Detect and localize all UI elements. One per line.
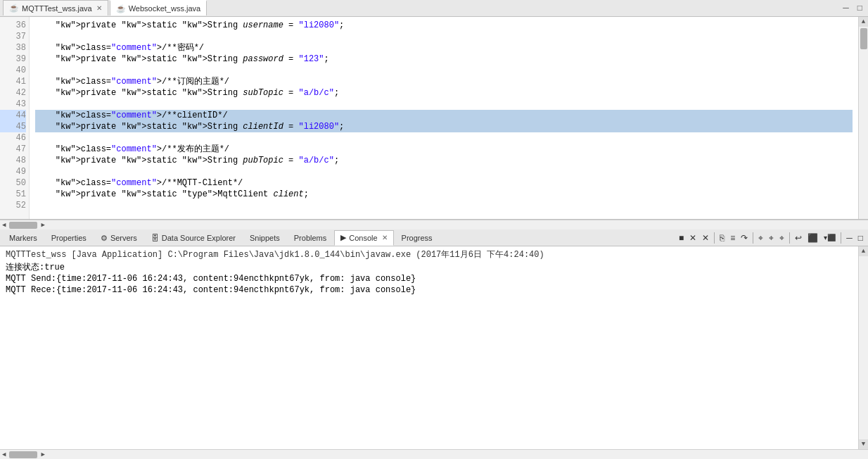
console-toolbar-refresh[interactable]: ↷: [739, 232, 750, 244]
console-toolbar-pin3[interactable]: ⌖: [777, 232, 786, 244]
java-icon-2: ☕: [116, 4, 126, 13]
btab-label-problems: Problems: [294, 234, 326, 242]
code-line: "kw">private "kw">static "type">MqttClie…: [35, 189, 853, 200]
console-minimize-btn[interactable]: ─: [844, 232, 855, 244]
console-toolbar-sq2[interactable]: ▾⬛: [822, 232, 838, 243]
console-scroll-left[interactable]: ◀: [0, 451, 8, 458]
console-scroll-right[interactable]: ▶: [39, 451, 46, 458]
btab-label-servers: Servers: [110, 234, 137, 242]
btab-label-snippets: Snippets: [250, 234, 280, 242]
editor-scrollbar-h[interactable]: ◀ ▶: [0, 220, 868, 230]
code-line: [35, 65, 853, 76]
editor-scrollbar-v[interactable]: ▲: [858, 17, 868, 219]
editor-tab-bar: ☕ MQTTTest_wss.java ✕ ☕ Websocket_wss.ja…: [0, 0, 868, 17]
code-line: "kw">class="comment">/**clientID*/: [35, 110, 853, 121]
code-line: "kw">class="comment">/**MQTT-Client*/: [35, 177, 853, 189]
bottom-tab-properties[interactable]: Properties: [45, 230, 93, 246]
console-line: 连接状态:true: [6, 262, 853, 273]
console-toolbar-pin2[interactable]: ⌖: [767, 232, 776, 244]
btab-icon-servers: ⚙: [101, 234, 108, 243]
separator1: [714, 232, 715, 244]
code-line: "kw">private "kw">static "kw">String pas…: [35, 54, 853, 65]
separator2: [753, 232, 753, 244]
bottom-panel: MarkersProperties⚙Servers🗄Data Source Ex…: [0, 230, 868, 459]
console-scroll-h-thumb[interactable]: [9, 451, 37, 458]
tab-bar-right: ─ □: [840, 1, 865, 14]
btab-label-progress: Progress: [402, 234, 433, 242]
btab-icon-datasource: 🗄: [151, 234, 159, 242]
line-numbers: 3637383940414243444546474849505152: [0, 17, 30, 219]
java-icon-1: ☕: [9, 4, 19, 13]
tab-websocket[interactable]: ☕ Websocket_wss.java: [110, 0, 208, 15]
bottom-tab-bar: MarkersProperties⚙Servers🗄Data Source Ex…: [0, 230, 868, 246]
btab-icon-console: ▶: [340, 233, 346, 242]
scroll-thumb[interactable]: [860, 28, 867, 49]
btab-label-properties: Properties: [51, 234, 87, 242]
console-toolbar-x1[interactable]: ✕: [687, 232, 698, 244]
code-line: [35, 31, 853, 42]
scroll-right[interactable]: ▶: [39, 221, 46, 229]
console-toolbar-menu[interactable]: ≡: [728, 232, 737, 244]
console-line: MQTT Send:{time:2017-11-06 16:24:43, con…: [6, 273, 853, 284]
main-container: ☕ MQTTTest_wss.java ✕ ☕ Websocket_wss.ja…: [0, 0, 868, 459]
separator3: [789, 232, 790, 244]
bottom-tab-progress[interactable]: Progress: [395, 230, 439, 246]
console-toolbar-back[interactable]: ↩: [793, 232, 804, 244]
console-area: MQTTTest_wss [Java Application] C:\Progr…: [0, 246, 858, 449]
console-toolbar-sq1[interactable]: ⬛: [805, 232, 820, 244]
bottom-tab-snippets[interactable]: Snippets: [243, 230, 286, 246]
console-scrollbar-v[interactable]: ▲ ▼: [858, 246, 868, 449]
btab-label-datasource: Data Source Explorer: [162, 234, 236, 242]
console-content-area: MQTTTest_wss [Java Application] C:\Progr…: [0, 246, 868, 449]
editor-maximize-btn[interactable]: □: [855, 1, 865, 14]
code-line: [35, 99, 853, 110]
tab-bar-left: ☕ MQTTTest_wss.java ✕ ☕ Websocket_wss.ja…: [3, 0, 208, 15]
console-line: MQTT Rece:{time:2017-11-06 16:24:43, con…: [6, 284, 853, 296]
console-scroll-down[interactable]: ▼: [859, 439, 868, 449]
code-line: "kw">private "kw">static "kw">String pub…: [35, 155, 853, 166]
bottom-tab-bar-right: ■ ✕ ✕ ⎘ ≡ ↷ ⌖ ⌖ ⌖ ↩ ⬛ ▾⬛ ─ □: [677, 232, 865, 244]
editor-minimize-btn[interactable]: ─: [840, 1, 852, 14]
console-header: MQTTTest_wss [Java Application] C:\Progr…: [6, 249, 853, 260]
bottom-tab-servers[interactable]: ⚙Servers: [94, 230, 143, 246]
console-maximize-btn[interactable]: □: [856, 232, 865, 244]
code-line: "kw">class="comment">/**发布的主题*/: [35, 144, 853, 155]
code-editor: 3637383940414243444546474849505152 "kw">…: [0, 17, 868, 220]
scroll-left[interactable]: ◀: [0, 221, 8, 229]
code-line: [35, 200, 853, 211]
tab-mqtttest[interactable]: ☕ MQTTTest_wss.java ✕: [3, 0, 108, 15]
bottom-tab-console[interactable]: ▶Console✕: [334, 230, 393, 246]
code-line: [35, 166, 853, 177]
code-line: [35, 132, 853, 144]
code-line: "kw">private "kw">static "kw">String cli…: [35, 121, 853, 132]
console-toolbar-x2[interactable]: ✕: [700, 232, 711, 244]
separator4: [841, 232, 841, 244]
console-scrollbar-h[interactable]: ◀ ▶: [0, 449, 868, 459]
code-content[interactable]: "kw">private "kw">static "kw">String use…: [30, 17, 858, 219]
console-scroll-up[interactable]: ▲: [859, 246, 868, 256]
bottom-tab-datasource[interactable]: 🗄Data Source Explorer: [145, 230, 242, 246]
scroll-up[interactable]: ▲: [859, 17, 868, 27]
code-line: "kw">class="comment">/**密码*/: [35, 42, 853, 54]
code-line: "kw">class="comment">/**订阅的主题*/: [35, 76, 853, 87]
bottom-tab-problems[interactable]: Problems: [288, 230, 333, 246]
tab1-close[interactable]: ✕: [96, 4, 102, 12]
bottom-tabs-left: MarkersProperties⚙Servers🗄Data Source Ex…: [3, 230, 440, 246]
console-toolbar-pin1[interactable]: ⌖: [756, 232, 765, 244]
console-toolbar-copy[interactable]: ⎘: [717, 232, 727, 244]
tab1-label: MQTTTest_wss.java: [22, 4, 92, 13]
tab2-label: Websocket_wss.java: [129, 4, 201, 13]
console-lines: 连接状态:trueMQTT Send:{time:2017-11-06 16:2…: [6, 262, 853, 296]
code-line: "kw">private "kw">static "kw">String sub…: [35, 87, 853, 99]
btab-close-console[interactable]: ✕: [382, 234, 388, 241]
btab-label-markers: Markers: [9, 234, 37, 242]
code-line: "kw">private "kw">static "kw">String use…: [35, 20, 853, 31]
console-toolbar-stop[interactable]: ■: [677, 232, 686, 244]
btab-label-console: Console: [349, 234, 377, 242]
scroll-h-thumb[interactable]: [9, 222, 37, 229]
bottom-tab-markers[interactable]: Markers: [3, 230, 44, 246]
